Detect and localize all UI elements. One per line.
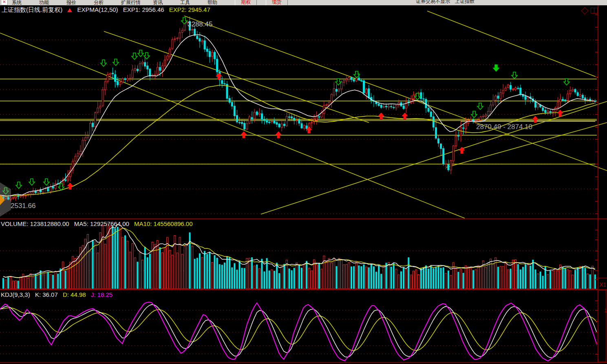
scale-x1-label[interactable]: X1 bbox=[599, 281, 606, 288]
signal-arrows bbox=[3, 18, 569, 194]
volume-header: VOLUME: 123812880.00 MA5: 129257664.00 M… bbox=[1, 220, 196, 227]
menu-item-2[interactable]: 报价 bbox=[66, 0, 76, 6]
menu-item-7[interactable]: 帮助 bbox=[207, 0, 217, 6]
volume-bars bbox=[2, 224, 596, 289]
kdj-lines bbox=[0, 302, 597, 361]
menu-item-5[interactable]: 资讯 bbox=[153, 0, 163, 6]
slide-handle-arrow-icon bbox=[0, 195, 5, 205]
menu-item-0[interactable]: 系统 bbox=[12, 0, 22, 6]
trendlines bbox=[0, 11, 607, 218]
volume-value: VOLUME: 123812880.00 bbox=[1, 220, 69, 227]
menu-item-1[interactable]: 功能 bbox=[39, 0, 49, 6]
app-icon[interactable]: ✕ bbox=[1, 0, 8, 5]
expma12-line bbox=[0, 35, 594, 196]
up-arrow-icon bbox=[67, 8, 72, 12]
menu-item-4[interactable]: 扩展行情 bbox=[121, 0, 141, 6]
low-price-label: 2531.66 bbox=[11, 202, 35, 210]
split-window-divider bbox=[594, 8, 594, 13]
kdj-d-value: D: 44.98 bbox=[63, 291, 86, 298]
app-window: ✕ 系统功能报价分析扩展行情资讯工具帮助 期权 现货 证券交易不显示 上证指数 … bbox=[0, 0, 607, 364]
menu-bar: ✕ 系统功能报价分析扩展行情资讯工具帮助 期权 现货 证券交易不显示 上证指数 bbox=[0, 0, 607, 6]
high-price-label: 3288.45 bbox=[188, 20, 212, 29]
main-chart-header: 上证指数(日线.前复权) EXPMA(12,50) EXP1: 2956.46 … bbox=[2, 6, 214, 14]
menu-item-options[interactable]: 期权 bbox=[235, 0, 257, 6]
menu-item-3[interactable]: 分析 bbox=[94, 0, 104, 6]
menu-status-text: 证券交易不显示 上证指数 bbox=[416, 0, 475, 5]
kdj-axis-label-fragment: 1 bbox=[604, 307, 607, 314]
kdj-k-value: K: 36.07 bbox=[35, 291, 58, 298]
volume-ma5: MA5: 129257664.00 bbox=[74, 220, 129, 227]
symbol-title: 上证指数(日线.前复权) bbox=[2, 6, 62, 13]
volume-ma10: MA10: 145560896.00 bbox=[134, 220, 192, 227]
chart-canvas[interactable] bbox=[0, 5, 607, 364]
chart-root: 上证指数(日线.前复权) EXPMA(12,50) EXP1: 2956.46 … bbox=[0, 5, 607, 364]
candles bbox=[2, 17, 596, 202]
menu-item-6[interactable]: 工具 bbox=[180, 0, 190, 6]
menu-item-spot[interactable]: 现货 bbox=[266, 0, 288, 6]
split-window-icon[interactable] bbox=[591, 8, 598, 13]
exp1-value: EXP1: 2956.46 bbox=[123, 6, 164, 13]
kdj-j-value: J: 18.25 bbox=[91, 291, 113, 298]
exp2-value: EXP2: 2945.47 bbox=[169, 6, 210, 13]
indicator-name[interactable]: EXPMA(12,50) bbox=[77, 6, 118, 13]
kdj-name[interactable]: KDJ(9,3,3) bbox=[1, 291, 30, 298]
gap-range-label: 2870.49 - 2874.10 bbox=[476, 123, 532, 131]
kdj-header: KDJ(9,3,3) K: 36.07 D: 44.98 J: 18.25 bbox=[1, 291, 116, 298]
